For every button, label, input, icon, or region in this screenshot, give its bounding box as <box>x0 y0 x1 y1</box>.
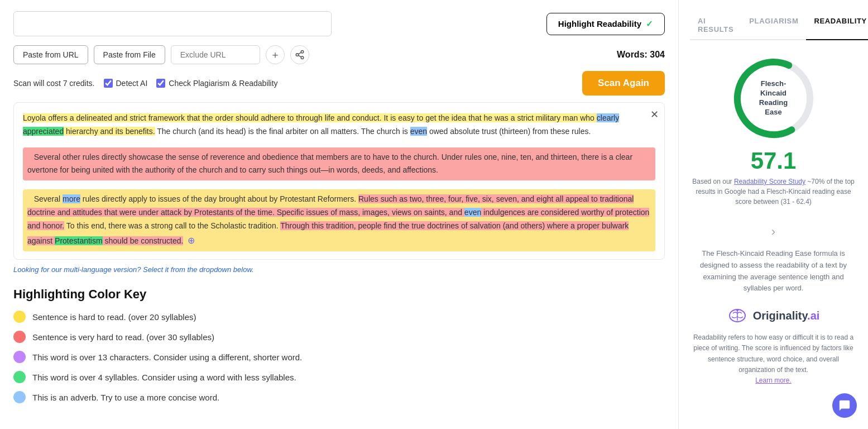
color-key-green-text: This word is over 4 syllables. Consider … <box>32 373 296 382</box>
highlight-check-icon: ✓ <box>646 19 653 29</box>
gauge-wrap: Flesch-KincaidReading Ease <box>729 54 818 143</box>
color-key-title: Highlighting Color Key <box>13 287 665 302</box>
document-title-input[interactable]: Loyola's Rules for Thinking <box>13 11 332 36</box>
highlight-readability-label: Highlight Readability <box>558 19 641 28</box>
sidebar-nav: AI RESULTS PLAGIARISM READABILITY <box>690 11 857 40</box>
tab-readability[interactable]: READABILITY <box>806 11 868 40</box>
score-description: Based on our Readability Score Study ~70… <box>690 177 857 207</box>
detect-ai-checkbox[interactable] <box>104 79 113 88</box>
readability-score-study-link[interactable]: Readability Score Study <box>734 178 805 185</box>
brand-row: Originality.ai <box>690 306 857 326</box>
credits-text: Scan will cost 7 credits. <box>13 79 95 88</box>
tab-plagiarism[interactable]: PLAGIARISM <box>741 11 806 40</box>
close-text-button[interactable]: ✕ <box>650 108 659 121</box>
brand-name-suffix: .ai <box>807 309 819 322</box>
gauge-label: Flesch-KincaidReading Ease <box>751 79 796 117</box>
paste-from-url-button[interactable]: Paste from URL <box>13 45 88 64</box>
blue-dot <box>13 391 26 403</box>
sidebar: AI RESULTS PLAGIARISM READABILITY Flesch… <box>678 0 868 429</box>
learn-more-link[interactable]: Learn more. <box>755 376 792 384</box>
svg-point-2 <box>301 56 304 59</box>
svg-line-3 <box>298 55 301 57</box>
share-button[interactable] <box>290 45 309 64</box>
highlight-readability-button[interactable]: Highlight Readability ✓ <box>546 13 665 35</box>
svg-line-4 <box>298 53 301 54</box>
red-dot <box>13 331 26 343</box>
list-item: This word is over 13 characters. Conside… <box>13 351 665 363</box>
next-arrow-button[interactable]: › <box>771 225 775 239</box>
scan-again-button[interactable]: Scan Again <box>582 71 665 96</box>
color-key-list: Sentence is hard to read. (over 20 sylla… <box>13 311 665 403</box>
color-key-purple-text: This word is over 13 characters. Conside… <box>32 352 302 362</box>
word-count: Words: 304 <box>617 50 665 60</box>
check-plagiarism-label: Check Plagiarism & Readability <box>169 79 277 88</box>
color-key-red-text: Sentence is very hard to read. (over 30 … <box>32 332 214 342</box>
tab-ai-results[interactable]: AI RESULTS <box>690 11 741 40</box>
paste-from-file-button[interactable]: Paste from File <box>94 45 165 64</box>
check-plagiarism-checkbox[interactable] <box>156 79 165 88</box>
add-button[interactable]: ＋ <box>266 45 285 64</box>
svg-point-0 <box>301 51 304 54</box>
yellow-dot <box>13 311 26 323</box>
color-key-blue-text: This is an adverb. Try to use a more con… <box>32 393 219 402</box>
list-item: Sentence is very hard to read. (over 30 … <box>13 331 665 343</box>
check-plagiarism-checkbox-group[interactable]: Check Plagiarism & Readability <box>156 79 277 88</box>
list-item: Sentence is hard to read. (over 20 sylla… <box>13 311 665 323</box>
multilang-note: Looking for our multi-language version? … <box>13 265 665 274</box>
readability-description: Readability refers to how easy or diffic… <box>690 332 857 386</box>
add-inline-icon[interactable]: ⊕ <box>188 236 195 245</box>
svg-point-1 <box>296 54 299 56</box>
brand-name: Originality.ai <box>753 309 820 322</box>
chat-bubble[interactable] <box>832 393 857 418</box>
score-value: 57.1 <box>751 147 797 174</box>
list-item: This is an adverb. Try to use a more con… <box>13 391 665 403</box>
brand-icon <box>727 306 747 326</box>
color-key-yellow-text: Sentence is hard to read. (over 20 sylla… <box>32 312 196 322</box>
text-editor: Loyola offers a delineated and strict fr… <box>13 102 665 260</box>
text-content-area[interactable]: Loyola offers a delineated and strict fr… <box>14 103 664 259</box>
purple-dot <box>13 351 26 363</box>
green-dot <box>13 371 26 383</box>
detect-ai-checkbox-group[interactable]: Detect AI <box>104 79 148 88</box>
gauge-container: Flesch-KincaidReading Ease 57.1 Based on… <box>690 54 857 216</box>
exclude-url-input[interactable] <box>171 45 260 64</box>
detect-ai-label: Detect AI <box>116 79 148 88</box>
formula-description: The Flesch-Kincaid Reading Ease formula … <box>690 248 857 294</box>
list-item: This word is over 4 syllables. Consider … <box>13 371 665 383</box>
svg-point-9 <box>736 309 738 311</box>
